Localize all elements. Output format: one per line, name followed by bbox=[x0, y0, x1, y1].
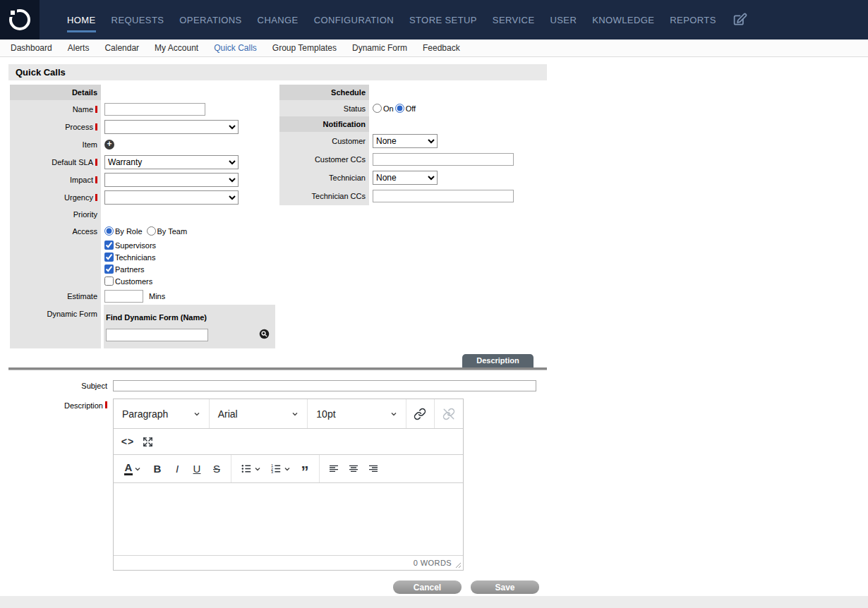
priority-row: Priority bbox=[10, 206, 277, 223]
editor-body[interactable] bbox=[114, 483, 463, 555]
align-left-button[interactable] bbox=[324, 459, 344, 479]
required-marker bbox=[95, 159, 97, 166]
dynamic-form-row: Dynamic Form Find Dynamic Form (Name) bbox=[10, 305, 277, 348]
subnav-item-dynamic-form[interactable]: Dynamic Form bbox=[344, 43, 415, 53]
status-off-radio[interactable] bbox=[395, 104, 404, 113]
dynamic-form-search-input[interactable] bbox=[106, 329, 208, 341]
font-family-value: Arial bbox=[218, 408, 238, 420]
font-size-dropdown[interactable]: 10pt bbox=[308, 399, 406, 428]
role-technicians-row: Technicians bbox=[10, 251, 277, 263]
underline-button[interactable]: U bbox=[187, 459, 207, 479]
link-icon bbox=[414, 408, 426, 420]
search-icon[interactable] bbox=[259, 329, 270, 339]
nav-item-requests[interactable]: REQUESTS bbox=[104, 0, 172, 39]
app-logo[interactable] bbox=[0, 0, 40, 39]
nav-item-operations[interactable]: OPERATIONS bbox=[171, 0, 249, 39]
customer-ccs-label: Customer CCs bbox=[279, 150, 369, 169]
status-on-option[interactable]: On bbox=[373, 104, 394, 113]
chevron-down-icon bbox=[291, 411, 299, 418]
align-right-button[interactable] bbox=[363, 459, 383, 479]
nav-item-knowledge[interactable]: KNOWLEDGE bbox=[584, 0, 662, 39]
bullet-list-button[interactable] bbox=[236, 459, 265, 479]
link-button[interactable] bbox=[411, 404, 430, 424]
cancel-button[interactable]: Cancel bbox=[393, 580, 462, 594]
customer-select[interactable]: None bbox=[373, 134, 438, 148]
access-by-role-radio[interactable] bbox=[104, 226, 114, 236]
access-by-team-radio[interactable] bbox=[147, 226, 156, 236]
subnav-item-calendar[interactable]: Calendar bbox=[97, 43, 147, 53]
process-select[interactable] bbox=[104, 120, 239, 134]
customer-ccs-label-text: Customer CCs bbox=[315, 155, 366, 164]
technician-select[interactable]: None bbox=[373, 171, 438, 185]
numbered-list-button[interactable]: 123 bbox=[265, 459, 295, 479]
editor-toolbar-row-2: <> bbox=[114, 429, 463, 455]
blockquote-icon: ” bbox=[301, 469, 309, 475]
source-code-button[interactable]: <> bbox=[118, 432, 138, 451]
estimate-input[interactable] bbox=[104, 290, 143, 303]
subnav-item-alerts[interactable]: Alerts bbox=[60, 43, 97, 53]
subnav-item-my-account[interactable]: My Account bbox=[147, 43, 206, 53]
bullet-list-icon bbox=[241, 463, 253, 475]
partners-label: Partners bbox=[115, 265, 145, 274]
add-item-icon[interactable]: + bbox=[104, 140, 114, 150]
nav-item-store-setup[interactable]: STORE SETUP bbox=[402, 0, 485, 39]
technicians-checkbox[interactable] bbox=[104, 253, 114, 262]
subnav-item-dashboard[interactable]: Dashboard bbox=[3, 43, 60, 53]
technician-ccs-input[interactable] bbox=[373, 190, 514, 202]
text-color-button[interactable]: A bbox=[118, 459, 147, 479]
access-by-role-option[interactable]: By Role bbox=[104, 226, 143, 236]
nav-item-change[interactable]: CHANGE bbox=[250, 0, 306, 39]
impact-label: Impact bbox=[10, 171, 101, 188]
access-label-text: Access bbox=[73, 227, 97, 236]
status-off-option[interactable]: Off bbox=[395, 104, 416, 113]
status-on-radio[interactable] bbox=[373, 104, 382, 113]
italic-button[interactable]: I bbox=[167, 459, 187, 479]
subnav-item-group-templates[interactable]: Group Templates bbox=[265, 43, 344, 53]
supervisors-option[interactable]: Supervisors bbox=[104, 241, 156, 250]
blockquote-button[interactable]: ” bbox=[295, 459, 315, 479]
technicians-label: Technicians bbox=[115, 253, 155, 262]
customers-checkbox[interactable] bbox=[104, 276, 114, 286]
nav-item-service[interactable]: SERVICE bbox=[485, 0, 543, 39]
default-sla-label-text: Default SLA bbox=[52, 158, 93, 166]
name-input[interactable] bbox=[104, 103, 205, 116]
strikethrough-button[interactable]: S bbox=[207, 459, 227, 479]
technicians-option[interactable]: Technicians bbox=[104, 253, 155, 262]
text-color-icon: A bbox=[124, 462, 133, 475]
impact-select[interactable] bbox=[104, 173, 239, 187]
customer-ccs-input[interactable] bbox=[373, 153, 514, 166]
save-button[interactable]: Save bbox=[471, 580, 539, 594]
subnav-item-feedback[interactable]: Feedback bbox=[415, 43, 468, 53]
default-sla-select[interactable]: Warranty bbox=[104, 155, 239, 169]
align-center-button[interactable] bbox=[344, 459, 363, 479]
technician-row: Technician None bbox=[279, 169, 543, 187]
bold-button[interactable]: B bbox=[147, 459, 167, 479]
urgency-select[interactable] bbox=[104, 190, 239, 205]
nav-item-user[interactable]: USER bbox=[542, 0, 584, 39]
access-by-team-option[interactable]: By Team bbox=[147, 226, 188, 236]
paragraph-format-dropdown[interactable]: Paragraph bbox=[114, 399, 210, 428]
font-family-dropdown[interactable]: Arial bbox=[210, 399, 308, 428]
urgency-row: Urgency bbox=[10, 188, 277, 206]
nav-item-configuration[interactable]: CONFIGURATION bbox=[306, 0, 402, 39]
chevron-down-icon bbox=[193, 411, 200, 418]
subject-input[interactable] bbox=[113, 380, 536, 391]
partners-checkbox[interactable] bbox=[104, 265, 114, 274]
partners-option[interactable]: Partners bbox=[104, 265, 145, 274]
supervisors-checkbox[interactable] bbox=[104, 241, 114, 250]
nav-item-home[interactable]: HOME bbox=[59, 0, 104, 39]
content-area: Quick Calls Details Name Process bbox=[8, 64, 547, 594]
subnav-item-quick-calls[interactable]: Quick Calls bbox=[206, 43, 265, 53]
compose-icon[interactable] bbox=[733, 13, 747, 28]
resize-handle[interactable] bbox=[455, 562, 462, 569]
unlink-icon bbox=[442, 408, 455, 420]
fullscreen-button[interactable] bbox=[138, 432, 157, 451]
details-header-row: Details bbox=[10, 85, 277, 100]
process-label-text: Process bbox=[65, 123, 93, 131]
customer-label-text: Customer bbox=[332, 137, 366, 145]
nav-item-reports[interactable]: REPORTS bbox=[662, 0, 723, 39]
customers-option[interactable]: Customers bbox=[104, 276, 152, 286]
description-label-text: Description bbox=[64, 401, 103, 410]
tab-description[interactable]: Description bbox=[462, 354, 534, 367]
unlink-button[interactable] bbox=[439, 404, 459, 424]
